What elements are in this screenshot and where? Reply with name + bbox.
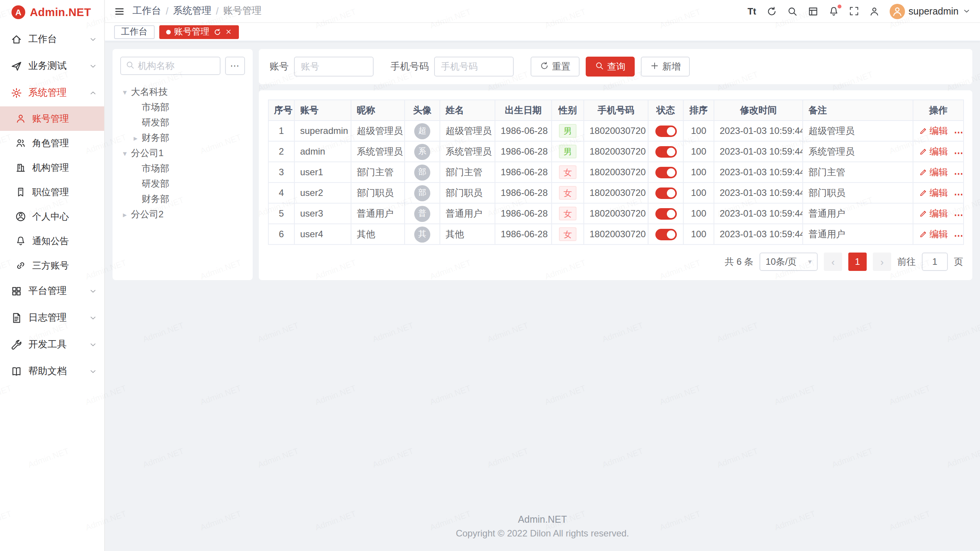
refresh-icon[interactable] [766, 6, 777, 16]
phone-filter-input[interactable] [434, 57, 514, 77]
tree-caret-icon[interactable]: ▸ [131, 134, 140, 142]
theme-icon[interactable] [807, 6, 818, 16]
tree-node[interactable]: ▾大名科技 [120, 84, 245, 99]
footer-title: Admin.NET [113, 514, 972, 525]
sidebar-item-6[interactable]: 帮助文档 [0, 358, 104, 385]
org-more-button[interactable]: ⋯ [225, 57, 245, 75]
user-icon[interactable] [869, 6, 879, 16]
more-actions-button[interactable]: ⋯ [954, 147, 963, 158]
tree-node-label: 研发部 [142, 177, 169, 190]
org-search-box [120, 57, 220, 75]
cell-sort: 100 [683, 224, 714, 245]
sidebar-item-4[interactable]: 日志管理 [0, 305, 104, 331]
sidebar-subitem-3[interactable]: 职位管理 [0, 180, 104, 204]
cell-avatar: 其 [405, 224, 440, 245]
edit-button[interactable]: 编辑 [919, 124, 948, 137]
tree-caret-icon[interactable]: ▸ [120, 210, 129, 218]
notification-bell-icon[interactable] [828, 6, 839, 16]
tree-node[interactable]: ▸分公司2 [120, 207, 245, 222]
page-1-button[interactable]: 1 [848, 253, 867, 271]
sidebar-subitem-2[interactable]: 机构管理 [0, 155, 104, 180]
next-page-button[interactable]: › [873, 253, 891, 271]
tab-active[interactable]: 账号管理 [159, 25, 238, 39]
reset-button[interactable]: 重置 [531, 57, 580, 77]
edit-button[interactable]: 编辑 [919, 145, 948, 158]
tree-node[interactable]: 市场部 [120, 99, 245, 115]
query-button[interactable]: 查询 [586, 57, 635, 77]
cell-sort: 100 [683, 121, 714, 141]
breadcrumb-item: 账号管理 [223, 5, 261, 18]
goto-page-input[interactable] [922, 253, 948, 271]
sidebar-item-5[interactable]: 开发工具 [0, 331, 104, 358]
sidebar-subitem-label: 角色管理 [32, 137, 97, 150]
sidebar-item-0[interactable]: 工作台 [0, 26, 104, 53]
more-actions-button[interactable]: ⋯ [954, 127, 963, 137]
tree-caret-icon[interactable]: ▾ [120, 88, 129, 96]
cell-nickname: 部门主管 [351, 162, 405, 183]
org-search-input[interactable] [138, 60, 215, 71]
edit-button[interactable]: 编辑 [919, 228, 948, 241]
status-toggle[interactable] [655, 208, 676, 219]
plus-icon [650, 61, 659, 72]
cell-birthday: 1986-06-28 [495, 183, 552, 203]
menu-toggle-icon[interactable] [114, 6, 125, 16]
tree-node[interactable]: ▸财务部 [120, 130, 245, 145]
prev-page-button[interactable]: ‹ [824, 253, 842, 271]
sidebar-item-label: 平台管理 [28, 285, 83, 298]
more-actions-button[interactable]: ⋯ [954, 168, 963, 179]
tree-node[interactable]: 研发部 [120, 176, 245, 191]
status-toggle[interactable] [655, 125, 676, 137]
notification-badge [837, 4, 841, 8]
tree-node[interactable]: 研发部 [120, 115, 245, 130]
sidebar-item-2[interactable]: 系统管理 [0, 80, 104, 106]
cell-ops: 编辑⋯ [913, 183, 964, 203]
tab-refresh-icon[interactable] [213, 28, 221, 36]
sidebar-item-3[interactable]: 平台管理 [0, 278, 104, 305]
fullscreen-icon[interactable] [849, 6, 859, 16]
sidebar-subitem-4[interactable]: 个人中心 [0, 204, 104, 229]
add-button[interactable]: 新增 [641, 57, 690, 77]
sidebar-item-1[interactable]: 业务测试 [0, 53, 104, 80]
cell-gender: 女 [552, 224, 584, 245]
search-icon[interactable] [787, 6, 797, 16]
breadcrumb-item[interactable]: 系统管理 [173, 5, 211, 18]
tree-caret-icon[interactable]: ▾ [120, 149, 129, 157]
tree-node[interactable]: ▾分公司1 [120, 145, 245, 161]
breadcrumb: 工作台/系统管理/账号管理 [132, 5, 261, 18]
column-header: 序号 [268, 100, 294, 121]
sidebar-subitem-1[interactable]: 角色管理 [0, 131, 104, 155]
edit-button[interactable]: 编辑 [919, 166, 948, 179]
tree-node-label: 研发部 [142, 116, 169, 129]
user-menu[interactable]: superadmin [889, 3, 971, 19]
sidebar-subitem-6[interactable]: 三方账号 [0, 253, 104, 278]
sidebar-subitem-5[interactable]: 通知公告 [0, 229, 104, 253]
tree-node[interactable]: 市场部 [120, 161, 245, 176]
tab-close-icon[interactable] [225, 28, 232, 35]
tab-0[interactable]: 工作台 [114, 25, 154, 39]
status-toggle[interactable] [655, 187, 676, 199]
status-toggle[interactable] [655, 146, 676, 157]
cell-phone: 18020030720 [584, 121, 648, 141]
edit-button[interactable]: 编辑 [919, 186, 948, 199]
cell-ops: 编辑⋯ [913, 121, 964, 141]
edit-icon [919, 147, 927, 156]
pagination-total: 共 6 条 [725, 255, 753, 268]
edit-button[interactable]: 编辑 [919, 207, 948, 220]
cell-nickname: 超级管理员 [351, 121, 405, 141]
font-size-icon[interactable]: Tt [748, 6, 756, 16]
goto-unit: 页 [954, 255, 963, 268]
more-actions-button[interactable]: ⋯ [954, 209, 963, 220]
sidebar-subitem-0[interactable]: 账号管理 [0, 106, 104, 131]
more-actions-button[interactable]: ⋯ [954, 230, 963, 241]
status-toggle[interactable] [655, 166, 676, 178]
cell-phone: 18020030720 [584, 203, 648, 224]
account-filter-input[interactable] [294, 57, 374, 77]
status-toggle[interactable] [655, 228, 676, 240]
breadcrumb-item[interactable]: 工作台 [132, 5, 161, 18]
org-tree: ▾大名科技市场部研发部▸财务部▾分公司1市场部研发部财务部▸分公司2 [120, 84, 245, 222]
tree-node[interactable]: 财务部 [120, 191, 245, 207]
more-actions-button[interactable]: ⋯ [954, 189, 963, 199]
column-header: 账号 [294, 100, 351, 121]
page-size-select[interactable]: 10条/页 ▾ [760, 253, 818, 271]
sidebar-subitem-label: 通知公告 [32, 235, 97, 248]
